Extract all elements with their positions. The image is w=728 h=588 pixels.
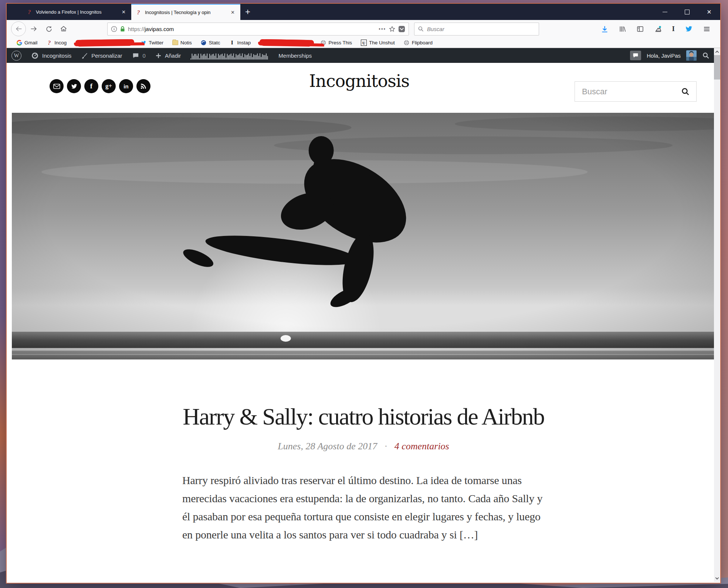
statcounter-icon	[201, 40, 207, 46]
comment-bubble-icon	[132, 52, 139, 59]
bookmark-label: Gmail	[24, 40, 37, 45]
url-text: https://javipas.com	[128, 26, 174, 32]
notifications-icon[interactable]	[630, 51, 641, 60]
bookmark-label: Press This	[328, 40, 352, 45]
article-title[interactable]: Harry & Sally: cuatro historias de Airbn…	[7, 403, 720, 430]
scrollbar-thumb[interactable]	[714, 55, 720, 80]
bookmarks-toolbar: Gmail ? Incog Twitter Notis Statc I Inst…	[7, 38, 720, 48]
redacted-bookmark[interactable]	[260, 39, 311, 46]
pocket-icon[interactable]	[398, 26, 405, 33]
reload-button[interactable]	[42, 22, 55, 36]
bookmark-label: Notis	[180, 40, 192, 45]
admin-customize-label: Personalizar	[91, 53, 122, 59]
downloads-icon[interactable]	[601, 25, 609, 33]
tab-title: Incognitosis | Tecnología y opin	[145, 10, 226, 15]
https-lock-icon[interactable]	[120, 26, 125, 32]
unshut-u-icon: U	[361, 40, 367, 46]
new-tab-button[interactable]: +	[240, 4, 255, 20]
admin-comments[interactable]: 0	[127, 48, 150, 63]
stats-sparkline-icon	[190, 51, 269, 60]
scrollbar-down-arrow[interactable]	[714, 575, 720, 581]
tab-close-icon[interactable]: ✕	[120, 9, 127, 16]
admin-memberships[interactable]: Memberships	[274, 48, 316, 63]
article-meta: Lunes, 28 Agosto de 2017·4 comentarios	[7, 441, 720, 452]
vertical-scrollbar[interactable]	[714, 48, 720, 582]
bookmark-twitter[interactable]: Twitter	[140, 40, 163, 46]
admin-greeting[interactable]: Hola, JaviPas	[647, 53, 681, 59]
bookmark-press-this[interactable]: Press This	[320, 40, 352, 46]
back-button[interactable]	[11, 21, 26, 36]
site-favicon: ?	[135, 9, 142, 16]
home-icon	[60, 25, 67, 33]
incognitosis-favicon: ?	[46, 40, 52, 46]
wordpress-logo-menu[interactable]: W	[7, 48, 26, 63]
instapaper-icon[interactable]: I	[672, 25, 675, 33]
site-search-magnifier-icon[interactable]	[681, 87, 690, 96]
bookmark-the-unshut[interactable]: U The Unshut	[361, 40, 395, 46]
comments-link[interactable]: 4 comentarios	[395, 441, 449, 452]
maximize-button[interactable]	[676, 4, 698, 20]
bookmark-label: Twitter	[149, 40, 163, 45]
page-actions-icon[interactable]: •••	[379, 26, 386, 32]
hero-image	[12, 113, 715, 359]
page-info-icon[interactable]	[111, 26, 117, 32]
bookmark-label: The Unshut	[369, 40, 395, 45]
admin-memberships-label: Memberships	[278, 53, 312, 59]
back-arrow-icon	[15, 25, 22, 33]
admin-search-icon[interactable]	[702, 52, 710, 59]
admin-add-label: Añadir	[165, 53, 181, 59]
bookmark-flipboard[interactable]: Flipboard	[404, 40, 433, 46]
close-button[interactable]: ✕	[698, 4, 720, 20]
article: Harry & Sally: cuatro historias de Airbn…	[7, 403, 720, 544]
search-input[interactable]	[426, 26, 535, 33]
instapaper-icon: I	[229, 40, 235, 46]
admin-site-menu[interactable]: Incognitosis	[26, 48, 76, 63]
bookmark-incog[interactable]: ? Incog	[46, 40, 67, 46]
tab-bar: ? Volviendo a Firefox | Incognitos ✕ ? I…	[7, 4, 720, 20]
sidebar-icon[interactable]	[636, 25, 644, 33]
admin-customize[interactable]: Personalizar	[76, 48, 127, 63]
extension-icon[interactable]	[654, 25, 662, 33]
admin-bar-right: Hola, JaviPas	[630, 50, 714, 61]
admin-site-name: Incognitosis	[42, 53, 71, 59]
wordpress-admin-bar: W Incognitosis Personalizar 0 Añadir	[7, 48, 714, 63]
library-icon[interactable]	[619, 25, 626, 33]
tab-close-icon[interactable]: ✕	[229, 9, 236, 16]
brush-icon	[81, 52, 88, 59]
home-button[interactable]	[57, 22, 70, 36]
twitter-extension-icon[interactable]	[685, 25, 693, 33]
gmail-g-icon	[16, 40, 22, 46]
site-search-box[interactable]	[575, 81, 697, 102]
avatar[interactable]	[686, 50, 697, 61]
bookmark-notis-folder[interactable]: Notis	[172, 40, 192, 46]
search-bar[interactable]	[414, 23, 539, 36]
toolbar-extension-icons: I	[601, 25, 711, 33]
globe-icon	[320, 40, 326, 46]
site-search-input[interactable]	[581, 87, 681, 97]
scrollbar-up-arrow[interactable]	[714, 48, 720, 55]
dashboard-gauge-icon	[31, 52, 39, 60]
plus-icon	[155, 53, 162, 59]
bookmark-gmail[interactable]: Gmail	[16, 40, 37, 46]
minimize-button[interactable]	[654, 4, 676, 20]
redacted-bookmark[interactable]	[75, 39, 132, 46]
comments-count: 0	[143, 53, 146, 59]
bookmark-instapaper[interactable]: I Instap	[229, 40, 251, 46]
bookmark-statcounter[interactable]: Statc	[201, 40, 220, 46]
url-bar[interactable]: https://javipas.com •••	[107, 23, 409, 36]
search-magnifier-icon	[418, 26, 424, 32]
forward-button[interactable]	[27, 22, 41, 36]
tab-incognitosis[interactable]: ? Incognitosis | Tecnología y opin ✕	[131, 4, 240, 20]
bookmark-label: Flipboard	[412, 40, 433, 45]
bookmark-label: Incog	[54, 40, 67, 45]
site-header: f g+ in Incognitosis	[7, 63, 720, 113]
page-viewport: W Incognitosis Personalizar 0 Añadir	[7, 48, 720, 582]
twitter-icon	[140, 40, 146, 46]
bookmark-star-icon[interactable]	[389, 26, 396, 33]
bookmark-label: Statc	[209, 40, 220, 45]
folder-icon	[172, 40, 178, 46]
admin-add-new[interactable]: Añadir	[150, 48, 186, 63]
admin-stats[interactable]	[186, 48, 274, 63]
menu-hamburger-icon[interactable]	[703, 25, 711, 33]
tab-volviendo-a-firefox[interactable]: ? Volviendo a Firefox | Incognitos ✕	[22, 4, 131, 20]
